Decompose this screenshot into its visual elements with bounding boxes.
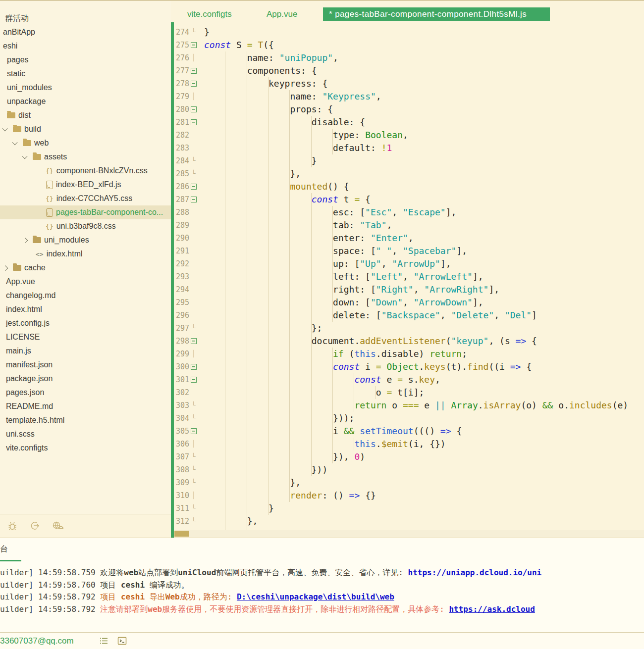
tree-item[interactable]: index.html (0, 302, 171, 316)
tree-item[interactable]: cache (0, 261, 171, 275)
tree-item[interactable]: pages.json (0, 386, 171, 399)
tree-item[interactable]: App.vue (0, 275, 171, 289)
tree-item[interactable]: eshi (0, 39, 171, 53)
code-line[interactable]: 287const t = { (174, 193, 644, 206)
tree-item[interactable]: web (0, 136, 171, 150)
tree-item[interactable]: {}component-BNxlcZVn.css (0, 164, 171, 178)
code-line[interactable]: 285└}, (174, 167, 644, 180)
run-export-icon[interactable] (29, 520, 41, 531)
code-editor[interactable]: 274└}275const S = T({276│name: "uniPopup… (174, 26, 644, 530)
code-line[interactable]: 300const i = Object.keys(t).find((i => { (174, 360, 644, 373)
tree-item[interactable]: uni.scss (0, 427, 171, 441)
code-line[interactable]: 293left: ["Left", "ArrowLeft"], (174, 270, 644, 283)
web-cloud-icon[interactable] (52, 520, 63, 531)
code-line[interactable]: 290enter: "Enter", (174, 232, 644, 245)
tab-active-pages-tabbar-js[interactable]: * pages-tabBar-component-component.Dlht5… (323, 7, 550, 21)
code-line[interactable]: 309└}, (174, 476, 644, 489)
code-line[interactable]: 278keypress: { (174, 77, 644, 90)
fold-toggle-icon[interactable] (189, 193, 198, 206)
tree-item[interactable]: index-BED_xlFd.js (0, 178, 171, 192)
code-line[interactable]: 280props: { (174, 103, 644, 116)
code-line[interactable]: 288esc: ["Esc", "Escape"], (174, 206, 644, 219)
tree-item[interactable]: README.md (0, 399, 171, 413)
tree-item[interactable]: manifest.json (0, 358, 171, 372)
tree-item[interactable]: {}uni.b3baf9c8.css (0, 219, 171, 233)
console-tab[interactable]: 台 (0, 544, 8, 554)
code-line[interactable]: 286mounted() { (174, 180, 644, 193)
tree-item[interactable]: dist (0, 108, 171, 122)
terminal-icon[interactable] (117, 637, 127, 647)
fold-toggle-icon[interactable] (189, 373, 198, 386)
fold-toggle-icon[interactable] (189, 77, 198, 90)
tree-item[interactable]: 群活动 (0, 11, 171, 25)
fold-toggle-icon[interactable] (189, 180, 198, 193)
tree-item[interactable]: changelog.md (0, 289, 171, 302)
chevron-down-icon[interactable] (22, 153, 27, 159)
code-line[interactable]: 303└return o === e || Array.isArray(o) &… (174, 399, 644, 412)
fold-toggle-icon[interactable] (189, 335, 198, 348)
fold-toggle-icon[interactable] (189, 360, 198, 373)
editor-horizontal-scrollbar[interactable] (174, 530, 644, 537)
chevron-down-icon[interactable] (12, 140, 17, 145)
tree-item[interactable]: uni_modules (0, 81, 171, 95)
code-line[interactable]: 275const S = T({ (174, 39, 644, 51)
code-line[interactable]: 298document.addEventListener("keyup", (s… (174, 335, 644, 348)
fold-toggle-icon[interactable] (189, 116, 198, 129)
tree-item[interactable]: <>index.html (0, 247, 171, 261)
code-line[interactable]: 282type: Boolean, (174, 129, 644, 142)
tree-item[interactable]: jest.config.js (0, 316, 171, 330)
console-link[interactable]: D:\ceshi\unpackage\dist\build\web (237, 592, 394, 601)
code-line[interactable]: 301const e = s.key, (174, 373, 644, 386)
code-line[interactable]: 279│name: "Keypress", (174, 90, 644, 103)
fold-toggle-icon[interactable] (189, 103, 198, 116)
tree-item[interactable]: template.h5.html (0, 413, 171, 427)
code-line[interactable]: 296delete: ["Backspace", "Delete", "Del"… (174, 309, 644, 322)
tree-item[interactable]: assets (0, 150, 171, 164)
tree-item[interactable]: vite.configts (0, 441, 171, 455)
code-line[interactable]: 311└} (174, 502, 644, 515)
account-email[interactable]: 33607037@qq.com (0, 636, 74, 646)
tab-app-vue[interactable]: App.vue (267, 7, 297, 21)
code-line[interactable]: 291space: [" ", "Spacebar"], (174, 245, 644, 257)
code-line[interactable]: 302o = t[i]; (174, 386, 644, 399)
tree-item[interactable]: package.json (0, 372, 171, 386)
code-line[interactable]: 297└}; (174, 322, 644, 335)
code-line[interactable]: 292up: ["Up", "ArrowUp"], (174, 257, 644, 270)
tree-item[interactable]: {}index-C7CChAY5.css (0, 192, 171, 205)
fold-toggle-icon[interactable] (189, 39, 198, 51)
file-tree[interactable]: 群活动anBitAppeshipagesstaticuni_modulesunp… (0, 11, 171, 455)
fold-toggle-icon[interactable] (189, 425, 198, 438)
code-line[interactable]: 281disable: { (174, 116, 644, 129)
tab-vite-configts[interactable]: vite.configts (187, 7, 232, 21)
scrollbar-thumb[interactable] (174, 531, 189, 537)
console-link[interactable]: https://uniapp.dcloud.io/uni (408, 568, 542, 577)
tree-item[interactable]: unpackage (0, 95, 171, 108)
chevron-right-icon[interactable] (22, 238, 28, 243)
code-line[interactable]: 304└})); (174, 412, 644, 425)
chevron-right-icon[interactable] (2, 265, 8, 271)
code-line[interactable]: 310│render: () => {} (174, 489, 644, 502)
code-line[interactable]: 295down: ["Down", "ArrowDown"], (174, 296, 644, 309)
tree-item[interactable]: pages-tabBar-component-co... (0, 205, 171, 219)
task-list-icon[interactable] (99, 637, 108, 647)
code-line[interactable]: 277components: { (174, 64, 644, 77)
tree-item[interactable]: uni_modules (0, 233, 171, 247)
tree-item[interactable]: static (0, 67, 171, 81)
code-line[interactable]: 306│this.$emit(i, {}) (174, 438, 644, 450)
code-line[interactable]: 283default: !1 (174, 142, 644, 154)
bug-debug-icon[interactable] (7, 520, 18, 531)
tree-item[interactable]: main.js (0, 344, 171, 358)
code-line[interactable]: 276│name: "uniPopup", (174, 51, 644, 64)
fold-toggle-icon[interactable] (189, 64, 198, 77)
code-line[interactable]: 294right: ["Right", "ArrowRight"], (174, 283, 644, 296)
code-line[interactable]: 274└} (174, 26, 644, 39)
tree-item[interactable]: build (0, 122, 171, 136)
chevron-down-icon[interactable] (2, 126, 7, 131)
code-line[interactable]: 308└})) (174, 463, 644, 476)
tree-item[interactable]: pages (0, 53, 171, 67)
console-link[interactable]: https://ask.dcloud (449, 604, 535, 614)
code-line[interactable]: 305i && setTimeout((() => { (174, 425, 644, 438)
code-line[interactable]: 289tab: "Tab", (174, 219, 644, 232)
tree-item[interactable]: anBitApp (0, 25, 171, 39)
sidebar-editor-divider[interactable] (171, 22, 174, 538)
